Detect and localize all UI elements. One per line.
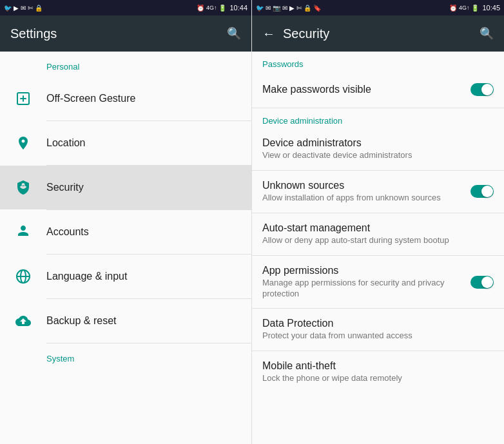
accounts-title: Accounts [46, 226, 241, 238]
location-icon [10, 130, 36, 156]
security-text: Security [46, 182, 241, 193]
language-icon [10, 264, 36, 289]
personal-section-header: Personal [0, 52, 251, 77]
back-button[interactable]: ← [262, 26, 275, 41]
make-passwords-visible-item[interactable]: Make passwords visible [252, 72, 504, 108]
network-icon: 4G↑ [206, 5, 217, 11]
toggle-knob-2 [481, 186, 493, 197]
settings-panel: 🐦 ▶ ✉ ✄ 🔒 ⏰ 4G↑ 🔋 10:44 Settings 🔍 Perso… [0, 0, 252, 444]
twitter-icon: 🐦 [4, 5, 12, 12]
offscreen-gesture-title: Off-Screen Gesture [46, 93, 241, 104]
mobile-antitheft-item[interactable]: Mobile anti-theft Lock the phone or wipe… [252, 351, 504, 393]
play-icon-r: ▶ [289, 5, 295, 12]
bookmark-icon-r: 🔖 [313, 5, 321, 12]
sidebar-item-security[interactable]: Security [0, 166, 251, 209]
sidebar-item-accounts[interactable]: Accounts [0, 210, 251, 254]
language-title: Language & input [46, 271, 241, 282]
autostart-title: Auto-start management [262, 222, 494, 234]
toggle-knob-1 [481, 84, 493, 95]
right-status-left-icons: 🐦 ✉ 📷 ✉ ▶ ✄ 🔒 🔖 [256, 5, 321, 12]
security-title: Security [46, 182, 241, 193]
autostart-item[interactable]: Auto-start management Allow or deny app … [252, 213, 504, 255]
device-admin-title: Device administrators [262, 137, 494, 149]
mail-icon: ✉ [21, 5, 26, 12]
unknown-sources-item[interactable]: Unknown sources Allow installation of ap… [252, 171, 504, 213]
security-app-bar: ← Security 🔍 [252, 15, 504, 52]
settings-app-bar: Settings 🔍 [0, 15, 251, 52]
mail-icon-r: ✉ [266, 5, 271, 12]
security-panel: 🐦 ✉ 📷 ✉ ▶ ✄ 🔒 🔖 ⏰ 4G↑ 🔋 10:45 ← Security… [252, 0, 504, 444]
search-button[interactable]: 🔍 [227, 26, 241, 41]
gesture-icon [10, 86, 36, 111]
backup-title: Backup & reset [46, 315, 241, 327]
cut2-icon-r: ✄ [296, 5, 302, 12]
app-permissions-title: App permissions [262, 265, 470, 276]
device-admin-section-header: Device administration [252, 108, 504, 128]
mobile-antitheft-subtitle: Lock the phone or wipe data remotely [262, 373, 494, 384]
data-protection-title: Data Protection [262, 318, 494, 329]
settings-content: Personal Off-Screen Gesture Locati [0, 52, 251, 444]
camera-icon-r: 📷 [273, 5, 280, 12]
time-display-right: 10:45 [482, 4, 500, 12]
lock2-icon-r: 🔒 [304, 5, 311, 12]
settings-title: Settings [10, 26, 219, 41]
network2-icon: 4G↑ [459, 5, 470, 11]
make-passwords-toggle-container [470, 83, 494, 96]
backup-icon [10, 308, 36, 334]
data-protection-item[interactable]: Data Protection Protect your data from u… [252, 309, 504, 351]
lock-icon: 🔒 [35, 5, 43, 12]
unknown-sources-toggle[interactable] [470, 185, 494, 198]
location-title: Location [46, 137, 241, 149]
autostart-subtitle: Allow or deny app auto-start during syst… [262, 235, 494, 246]
toggle-knob-3 [481, 276, 493, 288]
search-button-right[interactable]: 🔍 [480, 26, 494, 41]
unknown-sources-text: Unknown sources Allow installation of ap… [262, 180, 470, 204]
backup-text: Backup & reset [46, 315, 241, 327]
alarm2-icon: ⏰ [449, 5, 457, 12]
left-status-right-icons: ⏰ 4G↑ 🔋 10:44 [197, 4, 247, 12]
offscreen-gesture-text: Off-Screen Gesture [46, 93, 241, 104]
device-admin-item[interactable]: Device administrators View or deactivate… [252, 128, 504, 170]
app-permissions-subtitle: Manage app permissions for security and … [262, 278, 470, 300]
data-protection-subtitle: Protect your data from unwanted access [262, 331, 494, 342]
alarm-icon: ⏰ [197, 5, 204, 12]
app-permissions-toggle-container [470, 276, 494, 289]
mobile-antitheft-title: Mobile anti-theft [262, 360, 494, 372]
battery2-icon: 🔋 [471, 5, 479, 12]
right-status-right-icons: ⏰ 4G↑ 🔋 10:45 [449, 4, 500, 12]
left-status-bar: 🐦 ▶ ✉ ✄ 🔒 ⏰ 4G↑ 🔋 10:44 [0, 0, 251, 15]
left-status-left-icons: 🐦 ▶ ✉ ✄ 🔒 [4, 5, 43, 12]
mail2-icon-r: ✉ [282, 5, 287, 12]
location-text: Location [46, 137, 241, 149]
system-section-header: System [0, 343, 251, 369]
data-protection-text: Data Protection Protect your data from u… [262, 318, 494, 342]
youtube-icon: ▶ [14, 5, 19, 12]
make-passwords-title: Make passwords visible [262, 84, 470, 95]
device-admin-subtitle: View or deactivate device administrators [262, 150, 494, 161]
accounts-icon [10, 219, 36, 245]
time-display: 10:44 [229, 4, 247, 12]
security-icon [10, 175, 36, 200]
right-status-bar: 🐦 ✉ 📷 ✉ ▶ ✄ 🔒 🔖 ⏰ 4G↑ 🔋 10:45 [252, 0, 504, 15]
cut-icon: ✄ [28, 5, 33, 12]
device-admin-text: Device administrators View or deactivate… [262, 137, 494, 161]
sidebar-item-backup[interactable]: Backup & reset [0, 299, 251, 343]
battery-icon: 🔋 [218, 5, 226, 12]
security-title-bar: Security [283, 26, 472, 41]
passwords-section-header: Passwords [252, 52, 504, 72]
unknown-sources-title: Unknown sources [262, 180, 470, 191]
unknown-sources-subtitle: Allow installation of apps from unknown … [262, 193, 470, 204]
app-permissions-toggle[interactable] [470, 276, 494, 289]
autostart-text: Auto-start management Allow or deny app … [262, 222, 494, 246]
app-permissions-text: App permissions Manage app permissions f… [262, 265, 470, 300]
sidebar-item-location[interactable]: Location [0, 121, 251, 165]
sidebar-item-offscreen-gesture[interactable]: Off-Screen Gesture [0, 77, 251, 121]
app-permissions-item[interactable]: App permissions Manage app permissions f… [252, 256, 504, 309]
mobile-antitheft-text: Mobile anti-theft Lock the phone or wipe… [262, 360, 494, 384]
twitter-icon-r: 🐦 [256, 5, 264, 12]
unknown-sources-toggle-container [470, 185, 494, 198]
sidebar-item-language[interactable]: Language & input [0, 255, 251, 298]
make-passwords-toggle[interactable] [470, 83, 494, 96]
language-text: Language & input [46, 271, 241, 282]
make-passwords-text: Make passwords visible [262, 84, 470, 95]
